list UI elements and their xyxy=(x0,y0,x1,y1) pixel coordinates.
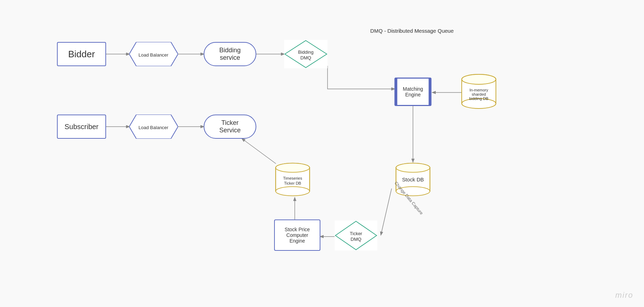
svg-text:Timeseries: Timeseries xyxy=(283,176,302,180)
svg-text:Ticker: Ticker xyxy=(350,231,363,236)
ticker-service-node: Ticker Service xyxy=(204,115,256,139)
svg-text:Ticker DB: Ticker DB xyxy=(284,181,301,185)
svg-line-7 xyxy=(242,139,276,164)
svg-text:Bidding: Bidding xyxy=(298,49,313,55)
svg-point-21 xyxy=(462,74,496,84)
bidding-dmq-node: Bidding DMQ xyxy=(284,40,328,68)
load-balancer-top-node: Load Balancer xyxy=(129,42,178,66)
matching-engine-node: Matching Engine xyxy=(394,78,431,106)
svg-text:Load Balancer: Load Balancer xyxy=(138,52,169,58)
svg-text:Stock DB: Stock DB xyxy=(402,177,424,182)
stock-price-engine-node: Stock Price Computer Engine xyxy=(274,219,320,251)
in-memory-db-node: In-memory sharded bidding DB xyxy=(459,73,498,112)
svg-text:Load Balancer: Load Balancer xyxy=(138,125,169,130)
load-balancer-bottom-node: Load Balancer xyxy=(129,115,178,139)
svg-line-10 xyxy=(381,189,392,235)
svg-text:sharded: sharded xyxy=(472,92,486,96)
dmq-title-text: DMQ - Distributed Message Queue xyxy=(370,28,454,34)
svg-point-30 xyxy=(396,163,430,173)
ticker-dmq-node: Ticker DMQ xyxy=(335,221,377,250)
svg-text:DMQ: DMQ xyxy=(351,237,361,242)
miro-watermark: miro xyxy=(615,291,633,300)
svg-text:DMQ: DMQ xyxy=(300,55,311,60)
subscriber-node: Subscriber xyxy=(57,115,106,139)
svg-point-38 xyxy=(276,187,309,196)
svg-point-39 xyxy=(276,163,309,173)
diagram-canvas: DMQ - Distributed Message Queue Bidder L… xyxy=(0,0,644,307)
svg-text:In-memory: In-memory xyxy=(470,88,488,92)
bidding-service-node: Bidding service xyxy=(204,42,256,66)
svg-text:bidding DB: bidding DB xyxy=(469,96,488,101)
timeseries-db-node: Timeseries Ticker DB xyxy=(271,162,314,201)
bidder-node: Bidder xyxy=(57,42,106,66)
